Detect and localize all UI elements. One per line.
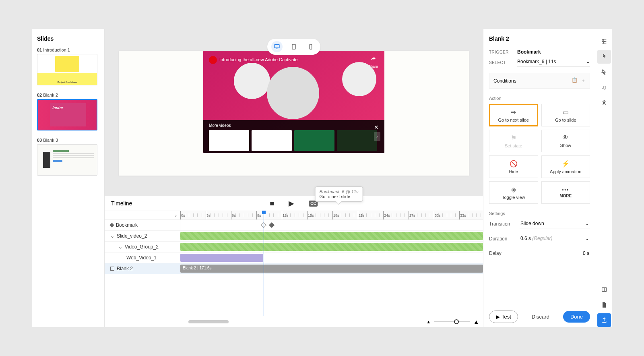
slide-thumb[interactable]: Project Guidelines (37, 54, 97, 85)
close-icon[interactable]: ✕ (374, 124, 379, 130)
trigger-value: Bookmark (517, 49, 590, 55)
blank2-track[interactable]: Blank 2 | 171.6s (180, 263, 483, 274)
diamond-icon (109, 223, 114, 227)
action-set-state[interactable]: ⚑ Set state (489, 130, 538, 152)
paste-icon[interactable]: 📋 (572, 77, 578, 84)
slide-icon (110, 267, 114, 271)
play-button[interactable]: ▶ (289, 199, 294, 208)
device-tablet-button[interactable] (288, 41, 299, 52)
slides-panel-title: Slides (37, 35, 99, 42)
chevron-down-icon[interactable]: ⌄ (110, 233, 114, 239)
webvideo-track[interactable] (180, 253, 483, 263)
discard-button[interactable]: Discard (532, 314, 549, 320)
center-area: Introducing the all-new Adobe Captivate … (105, 29, 483, 327)
settings-section-label: Settings (489, 211, 590, 216)
timeline-tracks: › 0s3s6s9s12s15s18s21s24s27s30s33s Bookm… (105, 211, 483, 316)
eye-icon: 👁 (562, 134, 569, 141)
inspector-title: Blank 2 (489, 35, 590, 42)
bolt-icon: ⚡ (561, 160, 570, 168)
settings-icon[interactable] (597, 35, 611, 48)
action-hide[interactable]: 🚫 Hide (489, 155, 538, 178)
slide-item-2[interactable]: 02 Blank 2 faster (37, 93, 99, 130)
add-icon[interactable]: ＋ (581, 77, 586, 84)
bookmark-marker[interactable] (269, 222, 275, 228)
track-label-blank2[interactable]: Blank 2 (105, 263, 180, 274)
next-video-icon[interactable]: › (374, 132, 380, 141)
device-mobile-button[interactable] (305, 41, 316, 52)
timeline-header: Timeline ■ ▶ CC Bookmark_6 @ 11s Go to n… (105, 196, 483, 211)
video-suggestion[interactable] (209, 130, 249, 151)
svg-point-3 (603, 39, 604, 41)
slide-canvas[interactable]: Introducing the all-new Adobe Captivate … (119, 51, 469, 176)
svg-rect-7 (602, 288, 606, 291)
slides-panel: Slides 01 Introduction 1 Project Guideli… (32, 29, 105, 327)
slidevideo-track[interactable] (180, 231, 483, 241)
transition-select[interactable]: Slide down ⌄ (520, 219, 590, 228)
dots-icon: ••• (562, 187, 569, 192)
toggle-icon: ◈ (511, 186, 516, 193)
slide-label: 01 Introduction 1 (37, 48, 99, 52)
playhead[interactable] (264, 211, 264, 316)
zoom-in-icon[interactable]: ▲ (473, 319, 479, 325)
canvas-area: Introducing the all-new Adobe Captivate … (105, 29, 483, 196)
action-toggle-view[interactable]: ◈ Toggle view (489, 181, 538, 204)
zoom-slider[interactable] (434, 321, 470, 322)
ruler-expand-label[interactable]: › (105, 211, 180, 219)
action-section-label: Action (489, 96, 590, 101)
tool-rail: ♫ (596, 29, 612, 327)
timeline-ruler[interactable]: 0s3s6s9s12s15s18s21s24s27s30s33s (180, 211, 483, 219)
more-videos-overlay: More videos ✕ › (203, 120, 384, 153)
audio-icon[interactable]: ♫ (597, 81, 611, 94)
delay-input[interactable]: 0 s (520, 249, 590, 258)
action-go-to-slide[interactable]: ▭ Go to slide (541, 104, 590, 126)
track-label-slidevideo[interactable]: ⌄ Slide_video_2 (105, 231, 180, 241)
slide-item-3[interactable]: 03 Blank 3 (37, 138, 99, 176)
video-suggestion[interactable] (252, 130, 292, 151)
track-label-bookmark: Bookmark (105, 220, 180, 230)
eye-off-icon: 🚫 (510, 160, 518, 168)
more-videos-title: More videos (209, 123, 379, 128)
video-title: Introducing the all-new Adobe Captivate (219, 57, 297, 62)
panel-icon[interactable] (597, 283, 611, 296)
accessibility-icon[interactable] (597, 96, 611, 110)
inspector-panel: Blank 2 TRIGGER Bookmark SELECT Bookmark… (483, 29, 596, 327)
svg-point-5 (603, 43, 604, 44)
bookmark-select[interactable]: Bookmark_6 | 11s ⌄ (517, 59, 590, 66)
zoom-out-icon[interactable]: ▲ (426, 319, 431, 324)
blank2-bar[interactable]: Blank 2 | 171.6s (180, 265, 483, 273)
document-icon[interactable] (597, 298, 611, 312)
slide-thumb[interactable]: faster (37, 99, 97, 130)
action-apply-animation[interactable]: ⚡ Apply animation (541, 155, 590, 178)
duration-select[interactable]: 0.6 s (Regular) ⌄ (520, 234, 590, 243)
timeline-footer: ▲ ▲ (105, 316, 483, 327)
playback-controls: ■ ▶ CC (270, 199, 318, 208)
slide-item-1[interactable]: 01 Introduction 1 Project Guidelines (37, 48, 99, 85)
conditions-box[interactable]: Conditions 📋 ＋ (489, 73, 590, 89)
animations-icon[interactable] (597, 65, 611, 79)
video-suggestion[interactable] (294, 130, 334, 151)
done-button[interactable]: Done (563, 311, 590, 323)
stop-button[interactable]: ■ (270, 199, 274, 208)
slide-icon: ▭ (563, 108, 569, 116)
action-more[interactable]: ••• MORE (541, 181, 590, 204)
video-player[interactable]: Introducing the all-new Adobe Captivate … (203, 51, 384, 153)
timeline-scrollbar[interactable] (188, 320, 229, 323)
svg-rect-2 (310, 44, 312, 49)
videogroup-track[interactable] (180, 242, 483, 252)
test-button[interactable]: ▶ Test (489, 310, 518, 323)
share-button[interactable] (597, 313, 611, 327)
action-show[interactable]: 👁 Show (541, 130, 590, 152)
chevron-down-icon[interactable]: ⌄ (118, 244, 122, 250)
track-label-videogroup[interactable]: ⌄ Video_Group_2 (105, 242, 180, 252)
interactions-icon[interactable] (597, 50, 611, 64)
svg-point-6 (603, 100, 605, 101)
action-go-to-next-slide[interactable]: ➡ Go to next slide (489, 104, 538, 126)
video-suggestion[interactable] (337, 130, 377, 151)
track-label-webvideo: Web_Video_1 (105, 253, 180, 263)
bookmark-track[interactable] (180, 220, 483, 230)
slide-thumb[interactable] (37, 144, 97, 176)
device-desktop-button[interactable] (271, 41, 283, 52)
timeline-panel: Timeline ■ ▶ CC Bookmark_6 @ 11s Go to n… (105, 196, 483, 327)
svg-rect-1 (292, 44, 295, 49)
svg-point-4 (605, 41, 606, 42)
